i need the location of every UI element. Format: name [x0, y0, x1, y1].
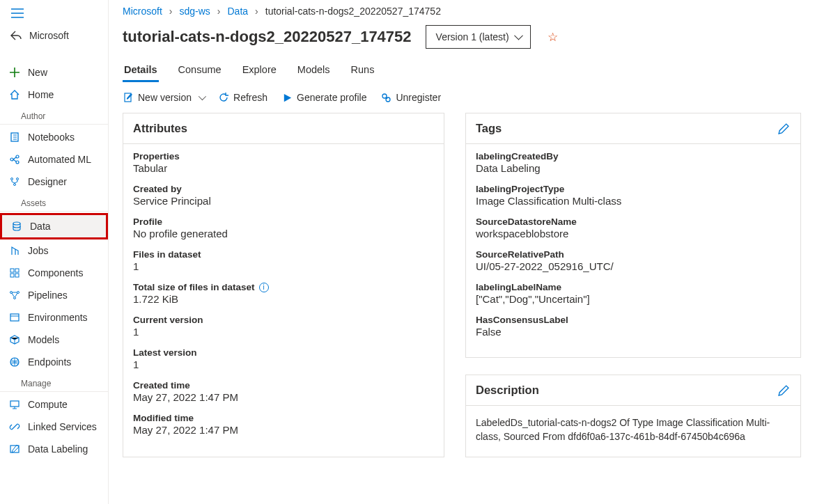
attribute-value: May 27, 2022 1:47 PM — [133, 391, 434, 403]
sidebar-item-designer[interactable]: Designer — [0, 171, 108, 193]
tag-row: labelingLabelName["Cat","Dog","Uncertain… — [476, 282, 791, 305]
sidebar-item-models[interactable]: Models — [0, 329, 108, 351]
svg-rect-8 — [10, 269, 14, 272]
tags-card: Tags labelingCreatedByData Labelinglabel… — [465, 113, 801, 358]
data-icon — [10, 220, 23, 233]
nav-label: Data Labeling — [28, 443, 88, 455]
version-select[interactable]: Version 1 (latest) — [426, 25, 531, 49]
sidebar-item-components[interactable]: Components — [0, 262, 108, 284]
sidebar-section-author: Author — [0, 107, 108, 125]
hamburger-menu-button[interactable] — [0, 6, 108, 24]
content-row: Attributes PropertiesTabularCreated bySe… — [109, 113, 815, 471]
attribute-value: 1.722 KiB — [133, 293, 434, 305]
sidebar-section-manage: Manage — [0, 375, 108, 392]
sidebar-item-automated-ml[interactable]: Automated ML — [0, 148, 108, 171]
tag-value: UI/05-27-2022_052916_UTC/ — [476, 260, 791, 272]
sidebar-back-link[interactable]: Microsoft — [0, 24, 108, 49]
page-title: tutorial-cats-n-dogs2_20220527_174752 — [111, 28, 412, 46]
sidebar-item-linked-services[interactable]: Linked Services — [0, 416, 108, 438]
sidebar-item-environments[interactable]: Environments — [0, 306, 108, 329]
pipelines-icon — [8, 289, 21, 301]
unregister-icon — [380, 92, 391, 103]
components-icon — [8, 267, 21, 279]
designer-icon — [8, 175, 21, 188]
sidebar-item-pipelines[interactable]: Pipelines — [0, 284, 108, 306]
attribute-row: Created timeMay 27, 2022 1:47 PM — [133, 380, 434, 403]
attribute-row: Latest version1 — [133, 347, 434, 370]
notebook-icon — [8, 131, 21, 143]
generate-profile-button[interactable]: Generate profile — [281, 92, 366, 103]
tab-models[interactable]: Models — [296, 58, 332, 82]
svg-point-2 — [16, 155, 19, 158]
sidebar-section-assets: Assets — [0, 194, 108, 212]
attribute-row: PropertiesTabular — [133, 151, 434, 174]
nav-label: Components — [28, 267, 83, 278]
attribute-value: May 27, 2022 1:47 PM — [133, 424, 434, 436]
attribute-value: 1 — [133, 326, 434, 338]
card-title: Description — [476, 384, 539, 397]
attribute-row: Files in dataset1 — [133, 249, 434, 272]
attribute-row: Total size of files in dataseti1.722 KiB — [133, 282, 434, 305]
sidebar-item-endpoints[interactable]: Endpoints — [0, 351, 108, 373]
title-row: tutorial-cats-n-dogs2_20220527_174752 Ve… — [109, 21, 815, 56]
tab-details[interactable]: Details — [123, 58, 159, 82]
environments-icon — [8, 311, 21, 324]
toolbar-label: Unregister — [396, 92, 441, 103]
sidebar-item-data-labeling[interactable]: Data Labeling — [0, 438, 108, 460]
refresh-button[interactable]: Refresh — [218, 92, 267, 103]
unregister-button[interactable]: Unregister — [380, 92, 441, 103]
description-text: LabeledDs_tutorial-cats-n-dogs2 Of Type … — [466, 406, 800, 457]
data-labeling-icon — [8, 443, 21, 455]
attribute-label: Current version — [133, 315, 434, 325]
nav-label: Designer — [28, 176, 67, 187]
breadcrumb-item[interactable]: Microsoft — [123, 6, 162, 17]
nav-label: Data — [30, 221, 51, 232]
info-icon[interactable]: i — [259, 283, 269, 292]
sidebar-item-home[interactable]: Home — [0, 84, 108, 106]
tag-row: labelingCreatedByData Labeling — [476, 151, 791, 174]
linked-services-icon — [8, 420, 21, 433]
attribute-value: 1 — [133, 260, 434, 272]
description-card: Description LabeledDs_tutorial-cats-n-do… — [465, 375, 801, 457]
tag-label: labelingProjectType — [476, 184, 791, 194]
tag-label: HasConsensusLabel — [476, 315, 791, 325]
tab-explore[interactable]: Explore — [241, 58, 278, 82]
nav-label: Endpoints — [28, 356, 71, 368]
breadcrumb-item[interactable]: sdg-ws — [179, 6, 210, 17]
attribute-value: No profile generated — [133, 228, 434, 239]
nav-label: Compute — [28, 399, 68, 410]
svg-rect-17 — [10, 401, 19, 407]
toolbar-label: Generate profile — [297, 92, 366, 103]
edit-description-button[interactable] — [778, 384, 791, 397]
breadcrumb-item[interactable]: Data — [228, 6, 249, 17]
attribute-row: Current version1 — [133, 315, 434, 338]
nav-label: Notebooks — [28, 132, 75, 143]
attribute-label: Created time — [133, 380, 434, 391]
attribute-label: Modified time — [133, 413, 434, 423]
main: Microsoft › sdg-ws › Data › tutorial-cat… — [109, 0, 815, 504]
toolbar-label: New version — [138, 92, 192, 103]
sidebar-item-notebooks[interactable]: Notebooks — [0, 126, 108, 148]
tag-value: Data Labeling — [476, 162, 791, 174]
tab-consume[interactable]: Consume — [177, 58, 223, 82]
tag-row: SourceDatastoreNameworkspaceblobstore — [476, 216, 791, 239]
nav-label: Environments — [28, 312, 88, 323]
nav-label: Linked Services — [28, 421, 97, 432]
svg-rect-10 — [10, 274, 14, 277]
sidebar-item-new[interactable]: New — [0, 61, 108, 84]
new-version-button[interactable]: New version — [123, 92, 204, 103]
favorite-star-icon[interactable]: ☆ — [548, 30, 558, 45]
attribute-label: Properties — [133, 151, 434, 162]
svg-point-4 — [11, 178, 13, 180]
tag-label: SourceDatastoreName — [476, 216, 791, 227]
sidebar-item-compute[interactable]: Compute — [0, 393, 108, 416]
edit-tags-button[interactable] — [778, 123, 791, 135]
new-version-icon — [123, 92, 134, 103]
nav-label: Home — [28, 89, 54, 100]
attribute-row: Modified timeMay 27, 2022 1:47 PM — [133, 413, 434, 436]
sidebar-item-data[interactable]: Data — [2, 215, 106, 237]
sidebar-item-jobs[interactable]: Jobs — [0, 239, 108, 262]
tab-runs[interactable]: Runs — [350, 58, 376, 82]
version-select-label: Version 1 (latest) — [436, 31, 509, 42]
card-title: Tags — [476, 122, 502, 135]
